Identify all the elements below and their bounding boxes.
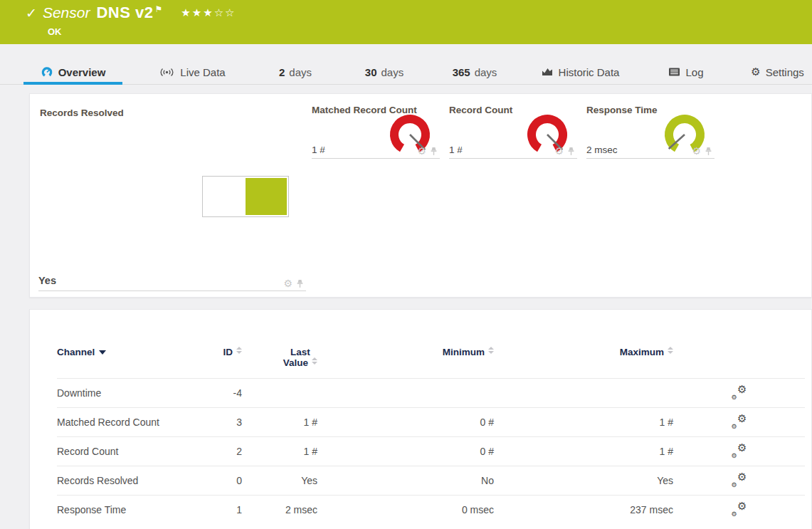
table-row: Response Time 1 2 msec 0 msec 237 msec ⚙…: [57, 496, 805, 525]
area-chart-icon: [541, 66, 554, 78]
channel-table: Channel ID Last Value Minimum Maximum: [57, 347, 805, 525]
column-header-channel[interactable]: Channel: [57, 347, 205, 379]
tab-30-days-label: days: [381, 66, 404, 78]
channel-last-value: [242, 379, 317, 408]
tab-2-days-label: days: [289, 66, 312, 78]
tab-live-data-label: Live Data: [180, 66, 225, 78]
status-check-icon: ✓: [26, 5, 37, 21]
channel-settings-icon[interactable]: ⚙⚙: [732, 385, 747, 399]
channel-id: 1: [205, 496, 242, 525]
sort-desc-icon: [99, 350, 106, 355]
tab-2-days-number: 2: [279, 66, 285, 78]
tab-live-data[interactable]: Live Data: [149, 60, 235, 84]
table-row: Downtime -4 ⚙⚙: [57, 379, 805, 408]
overview-panel: Records Resolved Yes ⚙ Matched Record Co…: [29, 93, 812, 298]
pin-icon[interactable]: [705, 147, 712, 156]
column-header-minimum[interactable]: Minimum: [317, 347, 494, 379]
sort-icon: [312, 357, 317, 365]
sort-icon: [488, 347, 494, 354]
gauge-value: 1 #: [312, 145, 325, 155]
sort-icon: [236, 347, 242, 354]
channel-last-value: Yes: [242, 466, 317, 496]
log-icon: [668, 67, 680, 77]
channel-minimum: 0 #: [317, 437, 494, 466]
gauge-cell-record-count: Record Count 1 # ⚙: [449, 102, 577, 159]
channel-name: Record Count: [57, 437, 205, 466]
sensor-name: DNS v2: [96, 4, 153, 22]
channel-gear-icon[interactable]: ⚙: [283, 278, 292, 288]
gauge-cell-response-time: Response Time 2 msec ⚙: [586, 102, 715, 159]
channel-maximum: [494, 379, 673, 408]
channel-settings-icon[interactable]: ⚙⚙: [732, 473, 747, 487]
column-header-id[interactable]: ID: [205, 347, 242, 379]
channel-maximum: 237 msec: [494, 496, 673, 525]
primary-channel-value: Yes: [38, 275, 56, 286]
gauge-value: 1 #: [449, 145, 463, 155]
sort-icon: [668, 347, 673, 354]
channel-name: Records Resolved: [57, 466, 205, 496]
gauge-value: 2 msec: [586, 145, 618, 155]
channel-minimum: No: [317, 466, 494, 496]
channel-id: 3: [205, 408, 242, 437]
gear-icon: ⚙: [751, 66, 760, 78]
tab-log-label: Log: [685, 66, 703, 78]
tab-365-days-number: 365: [453, 66, 470, 78]
tab-30-days[interactable]: 30 days: [354, 60, 414, 84]
channel-table-panel: Channel ID Last Value Minimum Maximum: [29, 309, 812, 529]
channel-last-value: 1 #: [242, 437, 317, 466]
flag-icon[interactable]: ⚑: [155, 4, 163, 14]
channel-id: 0: [205, 466, 242, 496]
broadcast-icon: [159, 67, 175, 78]
tab-overview[interactable]: Overview: [23, 60, 122, 84]
gauge-cell-matched-record-count: Matched Record Count 1 # ⚙: [312, 102, 440, 159]
channel-last-value: 2 msec: [242, 496, 317, 525]
tab-historic-data[interactable]: Historic Data: [532, 60, 628, 84]
active-tab-underline: [23, 82, 122, 85]
stars-filled: ★★★: [181, 6, 213, 19]
channel-maximum: Yes: [494, 466, 673, 496]
gauge-title: Response Time: [586, 105, 658, 115]
channel-gear-icon[interactable]: ⚙: [417, 146, 426, 156]
channel-id: 2: [205, 437, 242, 466]
tab-30-days-number: 30: [365, 66, 377, 78]
channel-id: -4: [205, 379, 242, 408]
primary-channel-cell: Records Resolved Yes ⚙: [38, 102, 306, 291]
channel-maximum: 1 #: [494, 408, 673, 437]
channel-gear-icon[interactable]: ⚙: [692, 146, 701, 156]
table-row: Matched Record Count 3 1 # 0 # 1 # ⚙⚙: [57, 408, 805, 437]
tab-settings-label: Settings: [766, 66, 804, 78]
boolean-state-fill: [246, 178, 287, 215]
primary-channel-title: Records Resolved: [40, 108, 124, 118]
pin-icon[interactable]: [430, 147, 438, 156]
channel-settings-icon[interactable]: ⚙⚙: [732, 414, 747, 429]
gauge-title: Record Count: [449, 105, 512, 115]
channel-settings-icon[interactable]: ⚙⚙: [732, 502, 747, 516]
tab-365-days-label: days: [475, 66, 497, 78]
table-row: Record Count 2 1 # 0 # 1 # ⚙⚙: [57, 437, 805, 466]
channel-minimum: 0 #: [317, 408, 494, 437]
sensor-header: ✓ Sensor DNS v2 ⚑ ★★★☆☆ OK: [0, 0, 812, 44]
channel-name: Response Time: [57, 496, 205, 525]
channel-maximum: 1 #: [494, 437, 673, 466]
column-header-last-value[interactable]: Last Value: [242, 347, 317, 379]
tab-log[interactable]: Log: [664, 60, 708, 84]
tab-2-days[interactable]: 2 days: [267, 60, 324, 84]
channel-settings-icon[interactable]: ⚙⚙: [732, 444, 747, 458]
column-header-actions: [673, 347, 805, 379]
boolean-state-box: [202, 176, 289, 217]
channel-last-value: 1 #: [242, 408, 317, 437]
tab-bar: Overview Live Data 2 days 30 days 365 da…: [0, 60, 812, 85]
pin-icon[interactable]: [567, 147, 575, 156]
pin-icon[interactable]: [296, 279, 304, 288]
channel-name: Downtime: [57, 379, 205, 408]
channel-gear-icon[interactable]: ⚙: [554, 146, 564, 156]
tab-settings[interactable]: ⚙ Settings: [744, 60, 811, 84]
tab-overview-label: Overview: [58, 66, 106, 78]
tab-365-days[interactable]: 365 days: [443, 60, 507, 84]
status-badge: OK: [48, 26, 62, 37]
column-header-maximum[interactable]: Maximum: [494, 347, 673, 379]
channel-minimum: 0 msec: [317, 496, 494, 525]
table-row: Records Resolved 0 Yes No Yes ⚙⚙: [57, 466, 805, 496]
priority-stars[interactable]: ★★★☆☆: [181, 6, 236, 19]
stars-empty: ☆☆: [214, 6, 236, 19]
